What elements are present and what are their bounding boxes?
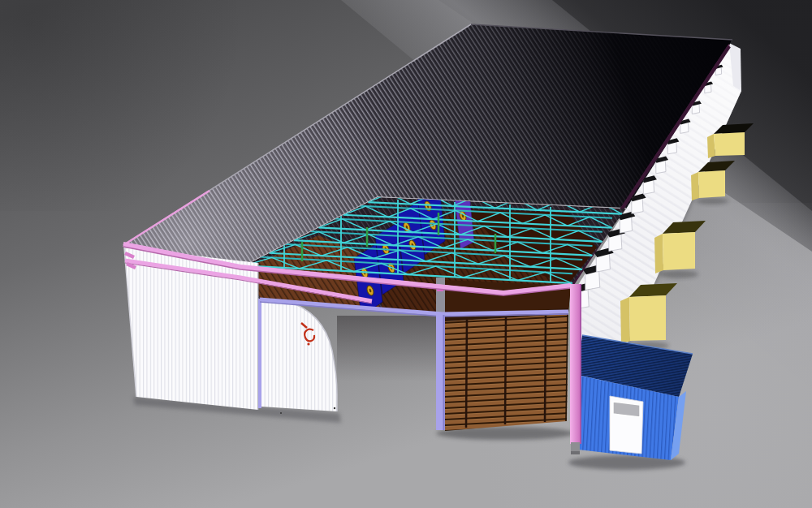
post-foot-shadow [571, 451, 580, 454]
backdrop-corner-vignette [0, 0, 260, 211]
box-front [663, 232, 695, 270]
box-shadow [659, 270, 698, 278]
stack-gap [545, 316, 546, 422]
box-side [654, 234, 663, 273]
warehouse-3d-render [0, 0, 812, 508]
interior-post-upper [436, 278, 445, 316]
doorway-floor-shade [337, 316, 443, 428]
box-side [620, 297, 630, 344]
hut-door-window [613, 402, 640, 417]
box-front [698, 170, 725, 198]
pink-corner-post [570, 284, 581, 444]
stack-gap [466, 320, 467, 428]
stack-gap [505, 317, 506, 424]
logo-dot-icon [307, 342, 309, 345]
3d-viewport[interactable] [0, 0, 812, 508]
box-front [714, 132, 745, 156]
box-front [629, 295, 666, 341]
door-latch-dot [280, 412, 282, 414]
box-side [691, 172, 699, 200]
door-latch-dot [334, 407, 335, 409]
site-hut [577, 335, 693, 460]
corner-column [570, 284, 581, 454]
lumber-stacks [445, 308, 568, 431]
box-shadow [696, 198, 728, 204]
